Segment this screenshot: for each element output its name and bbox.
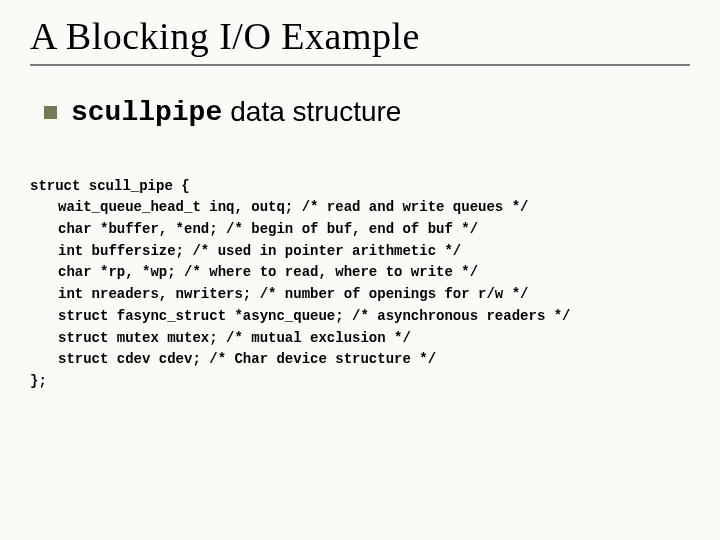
code-line: struct mutex mutex; /* mutual exclusion … [30,328,690,350]
bullet-icon [44,106,57,119]
slide-title: A Blocking I/O Example [30,14,690,58]
code-line: wait_queue_head_t inq, outq; /* read and… [30,197,690,219]
subtitle-row: scullpipe data structure [44,96,690,128]
code-line: char *rp, *wp; /* where to read, where t… [30,262,690,284]
code-line: }; [30,373,47,389]
code-line: struct cdev cdev; /* Char device structu… [30,349,690,371]
slide-container: A Blocking I/O Example scullpipe data st… [0,0,720,434]
code-line: char *buffer, *end; /* begin of buf, end… [30,219,690,241]
code-line: int buffersize; /* used in pointer arith… [30,241,690,263]
code-line: int nreaders, nwriters; /* number of ope… [30,284,690,306]
code-line: struct scull_pipe { [30,178,190,194]
title-underline [30,64,690,66]
code-line: struct fasync_struct *async_queue; /* as… [30,306,690,328]
code-block: struct scull_pipe { wait_queue_head_t in… [30,154,690,414]
subtitle-text: data structure [230,96,401,128]
subtitle-code: scullpipe [71,97,222,128]
